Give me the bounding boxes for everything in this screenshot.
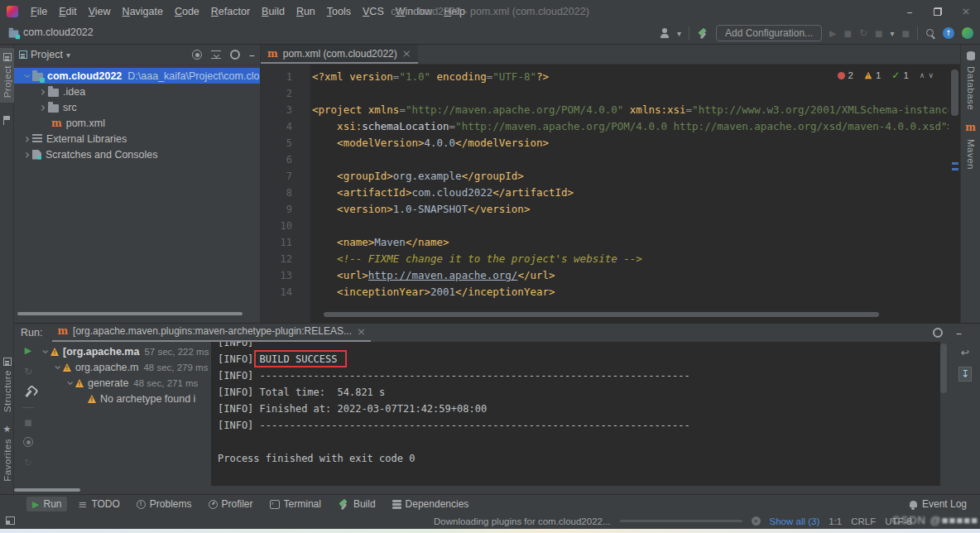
menu-item-file[interactable]: File (25, 4, 53, 19)
rerun-button[interactable] (25, 345, 31, 356)
scroll-to-end-icon[interactable] (958, 367, 972, 382)
tree-chevron-icon[interactable] (23, 71, 31, 81)
tool-windows-widget-icon[interactable] (6, 516, 15, 525)
menu-item-edit[interactable]: Edit (53, 4, 83, 19)
editor-tab-pom[interactable]: pom.xml (com.cloud2022) (261, 45, 418, 64)
profiler-button[interactable] (875, 29, 882, 38)
previous-problem-icon[interactable] (920, 71, 925, 79)
tool-window-tab-dependencies[interactable]: Dependencies (387, 497, 475, 511)
user-dropdown-icon[interactable] (677, 29, 681, 38)
menu-item-code[interactable]: Code (169, 4, 205, 19)
tool-window-tab-profiler[interactable]: Profiler (203, 497, 259, 511)
maven-strip-label[interactable]: Maven (966, 139, 976, 170)
inspect-results-icon[interactable] (23, 437, 33, 447)
tree-chevron-icon[interactable] (22, 151, 32, 159)
event-log-button[interactable]: Event Log (910, 498, 967, 510)
search-everywhere-icon[interactable] (925, 28, 935, 38)
next-problem-icon[interactable] (928, 71, 934, 79)
code-line-13[interactable]: 13 <url>http://maven.apache.org/</url> (261, 267, 949, 284)
project-settings-gear-icon[interactable] (230, 50, 240, 60)
tree-item--idea[interactable]: .idea (14, 84, 260, 99)
tree-item-com-cloud2022[interactable]: com.cloud2022D:\aaa_kaifa\Project\com.cl… (14, 68, 260, 84)
run-tree-item--org-apache-ma[interactable]: [org.apache.ma57 sec, 222 ms (39, 343, 211, 359)
project-view-label[interactable]: Project (31, 49, 63, 60)
code-line-11[interactable]: 11 <name>Maven</name> (261, 234, 949, 251)
show-all-link[interactable]: Show all (3) (770, 516, 820, 526)
inspections-widget[interactable]: 2 1 1 (838, 70, 934, 81)
tree-chevron-icon[interactable] (38, 88, 48, 96)
ide-update-icon[interactable] (943, 27, 954, 39)
build-settings-wrench-icon[interactable] (25, 390, 31, 397)
code-line-8[interactable]: 8 <artifactId>com.cloud2022</artifactId> (261, 185, 949, 201)
run-tab-close-icon[interactable] (357, 325, 366, 338)
run-chevron-icon[interactable] (66, 378, 74, 388)
user-icon[interactable] (660, 28, 670, 38)
run-options-dropdown-icon[interactable] (891, 29, 895, 38)
minimize-button[interactable] (896, 0, 924, 22)
hide-run-panel-icon[interactable] (956, 326, 962, 339)
code-line-2[interactable]: 2 (261, 85, 949, 102)
run-chevron-icon[interactable] (54, 363, 62, 372)
caret-position-widget[interactable]: 1:1 (829, 516, 842, 526)
tree-item-external-libraries[interactable]: External Libraries (14, 131, 260, 146)
database-strip-label[interactable]: Database (966, 66, 976, 110)
line-separator-widget[interactable]: CRLF (851, 516, 876, 526)
run-settings-gear-icon[interactable] (933, 328, 943, 338)
run-button[interactable] (829, 28, 836, 39)
tree-chevron-icon[interactable] (38, 103, 48, 112)
close-button[interactable] (952, 0, 980, 22)
code-line-7[interactable]: 7 <groupId>org.example</groupId> (261, 168, 949, 185)
code-line-12[interactable]: 12 <!-- FIXME change it to the project's… (261, 251, 949, 267)
tree-item-src[interactable]: src (14, 99, 260, 115)
tool-window-tab-build[interactable]: Build (332, 497, 382, 511)
run-horizontal-scrollbar[interactable] (14, 488, 80, 492)
cancel-download-icon[interactable] (752, 516, 761, 526)
run-console-tab[interactable]: [org.apache.maven.plugins:maven-archetyp… (52, 324, 370, 342)
run-tree-item-generate[interactable]: generate48 sec, 271 ms (39, 375, 211, 391)
tool-window-tab-terminal[interactable]: Terminal (264, 497, 327, 511)
history-icon[interactable] (24, 457, 32, 468)
menu-item-refactor[interactable]: Refactor (205, 4, 256, 19)
select-opened-file-icon[interactable] (192, 50, 202, 60)
build-hammer-icon[interactable] (697, 28, 709, 39)
coverage-button[interactable] (859, 27, 867, 39)
maven-tool-icon[interactable] (965, 122, 976, 133)
code-line-14[interactable]: 14 <inceptionYear>2001</inceptionYear> (261, 284, 949, 300)
tab-close-icon[interactable] (402, 47, 411, 60)
stop-button[interactable] (902, 29, 910, 38)
code-line-4[interactable]: 4 xsi:schemaLocation="http://maven.apach… (261, 118, 949, 135)
tool-window-tab-run[interactable]: Run (26, 497, 67, 511)
debug-button[interactable] (844, 29, 852, 38)
project-breadcrumb[interactable]: com.cloud2022 (8, 26, 94, 38)
tool-window-tab-problems[interactable]: Problems (131, 497, 198, 511)
tool-strip-project-tab[interactable]: Project (0, 48, 14, 103)
run-console[interactable]: [INFO][INFO] BUILD SUCCESS[INFO] -------… (211, 342, 940, 486)
menu-item-build[interactable]: Build (256, 4, 291, 19)
editor-horizontal-scrollbar[interactable] (324, 312, 879, 317)
code-line-5[interactable]: 5 <modelVersion>4.0.0</modelVersion> (261, 135, 949, 151)
console-scrollbar[interactable] (940, 343, 947, 393)
run-tree-item-no-archetype-found-i[interactable]: No archetype found i (39, 391, 211, 406)
code-line-3[interactable]: 3<project xmlns="http://maven.apache.org… (261, 102, 949, 118)
tree-item-scratches-and-consoles[interactable]: Scratches and Consoles (14, 146, 260, 162)
menu-item-vcs[interactable]: VCS (357, 4, 390, 19)
run-chevron-icon[interactable] (41, 347, 50, 357)
tool-window-tab-todo[interactable]: TODO (72, 497, 125, 512)
code-line-6[interactable]: 6 (261, 151, 949, 168)
code-line-10[interactable]: 10 (261, 218, 949, 234)
menu-item-navigate[interactable]: Navigate (117, 4, 169, 19)
editor-vertical-scrollbar[interactable] (951, 70, 958, 116)
collapse-all-icon[interactable] (211, 50, 221, 59)
menu-item-run[interactable]: Run (291, 4, 321, 19)
run-tree-item-org-apache-m[interactable]: org.apache.m48 sec, 279 ms (39, 359, 211, 375)
maximize-button[interactable] (924, 0, 952, 22)
soft-wrap-icon[interactable] (961, 347, 969, 358)
menu-item-view[interactable]: View (83, 4, 117, 19)
menu-item-tools[interactable]: Tools (321, 4, 357, 19)
tree-item-pom-xml[interactable]: pom.xml (14, 115, 260, 131)
hide-panel-icon[interactable] (249, 48, 255, 61)
add-configuration-button[interactable]: Add Configuration... (716, 25, 822, 41)
project-horizontal-scrollbar[interactable] (17, 312, 243, 315)
stop-process-button[interactable] (24, 418, 31, 427)
project-view-dropdown-icon[interactable] (66, 50, 70, 60)
